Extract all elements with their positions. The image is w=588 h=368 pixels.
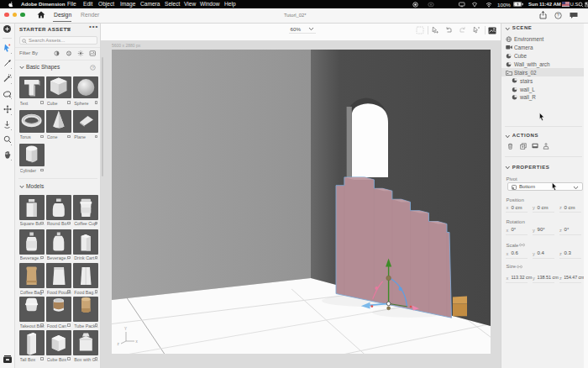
svg-text:Y: Y bbox=[124, 327, 127, 331]
svg-text:?: ? bbox=[557, 13, 559, 18]
